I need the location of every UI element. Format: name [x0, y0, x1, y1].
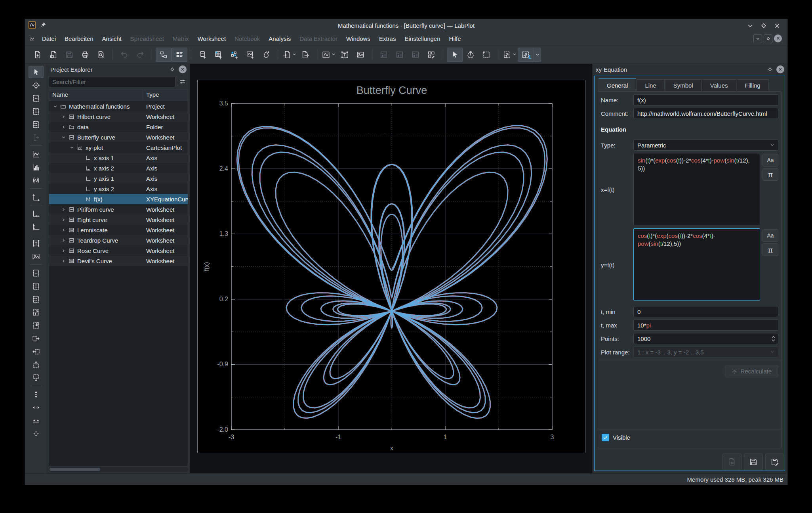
menu-windows[interactable]: Windows [342, 33, 375, 44]
tree-row-devil-s-curve[interactable]: Devil's CurveWorksheet [49, 256, 188, 266]
fit-selection-button-dropdown[interactable] [534, 48, 541, 62]
expand-chevron-icon[interactable] [60, 125, 67, 129]
insert-function-button[interactable]: π [762, 168, 778, 181]
tree-row-butterfly-curve[interactable]: Butterfly curveWorksheet [49, 132, 188, 142]
tree-row-y-axis-1[interactable]: y axis 1Axis [49, 173, 188, 184]
tab-symbol[interactable]: Symbol [665, 79, 701, 91]
tree-row-data[interactable]: dataFolder [49, 122, 188, 132]
expand-chevron-icon[interactable] [60, 249, 67, 253]
mdi-restore-button[interactable] [764, 34, 772, 43]
mdi-close-button[interactable] [774, 34, 782, 42]
tree-row-x-axis-2[interactable]: x axis 2Axis [49, 163, 188, 173]
zoom-out-button[interactable] [29, 319, 44, 331]
expand-chevron-icon[interactable] [51, 104, 59, 109]
new-workbook-button[interactable] [195, 48, 211, 62]
insert-function-button[interactable]: π [762, 243, 778, 256]
new-project-button[interactable] [30, 48, 46, 62]
save-configuration-as-button[interactable] [765, 454, 784, 470]
add-axis-button[interactable] [29, 191, 44, 203]
tab-general[interactable]: General [599, 78, 636, 91]
add-horizontal-axis-button[interactable] [29, 207, 44, 220]
toggle-properties-explorer-button[interactable] [172, 48, 187, 62]
comment-field[interactable]: http://mathworld.wolfram.com/ButterflyCu… [633, 108, 778, 119]
tree-row-mathematical-functions[interactable]: Mathematical functionsProject [49, 101, 188, 111]
shift-down-button[interactable] [29, 371, 44, 384]
column-header-type[interactable]: Type [143, 90, 188, 101]
add-equation-curve-button[interactable] [29, 174, 44, 186]
tree-row-x-axis-1[interactable]: x axis 1Axis [49, 153, 188, 163]
zoom-select-x-region-button[interactable] [29, 105, 44, 117]
float-panel-icon[interactable] [766, 65, 774, 73]
horizontal-scrollbar[interactable] [49, 467, 188, 472]
menu-einstellungen[interactable]: Einstellungen [400, 33, 444, 44]
shift-right-button[interactable] [29, 332, 44, 345]
maximize-button[interactable] [759, 21, 768, 31]
import-button[interactable] [282, 48, 297, 62]
tree-row-teardrop-curve[interactable]: Teardrop CurveWorksheet [49, 235, 188, 245]
mdi-minimize-button[interactable] [753, 34, 762, 43]
expand-chevron-icon[interactable] [68, 145, 75, 150]
crosshair-mode-button[interactable] [29, 79, 44, 91]
y-equation-editor[interactable]: cos(t)*(exp(cos(t))-2*cos(4*t)-pow(sin(t… [633, 228, 760, 301]
tree-row-hilbert-curve[interactable]: Hilbert curveWorksheet [49, 111, 188, 122]
minimize-button[interactable] [745, 21, 755, 31]
print-button[interactable] [77, 48, 93, 62]
expand-chevron-icon[interactable] [60, 207, 67, 212]
add-image-button[interactable] [29, 250, 44, 262]
auto-scale-button[interactable] [29, 414, 44, 427]
new-spreadsheet-button[interactable] [211, 48, 227, 62]
select-mode-button[interactable] [29, 66, 44, 78]
expand-chevron-icon[interactable] [60, 218, 67, 222]
menu-datei[interactable]: Datei [38, 33, 60, 44]
worksheet-page[interactable]: -3-1133.52.41.30.2-0.9-2.0Butterfly Curv… [197, 80, 585, 453]
menu-bearbeiten[interactable]: Bearbeiten [60, 33, 98, 44]
expand-chevron-icon[interactable] [60, 259, 67, 263]
expand-chevron-icon[interactable] [60, 228, 67, 232]
float-panel-icon[interactable] [168, 65, 176, 73]
auto-scale-y-button[interactable] [29, 388, 44, 400]
tree-row-f-x-[interactable]: f(x)XYEquationCurve [49, 194, 188, 204]
expand-chevron-icon[interactable] [60, 115, 67, 119]
menu-worksheet[interactable]: Worksheet [193, 33, 230, 44]
edit-layout-button[interactable] [423, 48, 439, 62]
tree-row-lemniscate[interactable]: LemniscateWorksheet [49, 225, 188, 235]
zoom-select-region-button[interactable] [29, 92, 44, 104]
navigate-mode-button[interactable] [463, 48, 478, 62]
export-button[interactable] [297, 48, 313, 62]
pin-icon[interactable] [40, 22, 46, 30]
scrollbar-thumb[interactable] [50, 468, 100, 471]
zoom-select-y-region-button[interactable] [29, 118, 44, 130]
add-vertical-axis-button[interactable] [29, 220, 44, 233]
add-image-button[interactable] [353, 48, 368, 62]
menu-hilfe[interactable]: Hilfe [445, 33, 465, 44]
add-text-label-button[interactable] [29, 237, 44, 249]
save-configuration-button[interactable] [744, 454, 763, 470]
zoom-x-region-button[interactable] [29, 280, 44, 292]
close-panel-icon[interactable] [179, 65, 187, 73]
tree-row-xy-plot[interactable]: xy-plotCartesianPlot [49, 142, 188, 153]
close-button[interactable] [772, 21, 782, 31]
new-matrix-button[interactable] [227, 48, 242, 62]
menu-ansicht[interactable]: Ansicht [98, 33, 126, 44]
zoom-select-mode-button[interactable] [478, 48, 494, 62]
expand-chevron-icon[interactable] [60, 238, 67, 243]
menu-extras[interactable]: Extras [375, 33, 400, 44]
new-plot-button[interactable] [321, 48, 337, 62]
zoom-y-region-button[interactable] [29, 293, 44, 305]
type-dropdown[interactable]: Parametric [633, 140, 778, 151]
auto-scale-all-button[interactable] [29, 427, 44, 440]
close-panel-icon[interactable] [776, 65, 784, 73]
name-field[interactable]: f(x) [633, 94, 778, 105]
new-notebook-button[interactable] [258, 48, 274, 62]
visible-checkbox[interactable] [602, 434, 609, 441]
expand-chevron-icon[interactable] [60, 135, 67, 140]
print-preview-button[interactable] [93, 48, 109, 62]
menu-analysis[interactable]: Analysis [264, 33, 295, 44]
fit-selection-button[interactable]: 1 [518, 48, 534, 62]
points-spinbox[interactable]: 1000 [633, 333, 778, 344]
tree-row-eight-curve[interactable]: Eight curveWorksheet [49, 214, 188, 225]
tmin-field[interactable]: 0 [633, 306, 778, 317]
tab-filling[interactable]: Filling [737, 79, 769, 91]
insert-constant-button[interactable]: Aa [762, 229, 778, 242]
new-worksheet-button[interactable] [242, 48, 258, 62]
